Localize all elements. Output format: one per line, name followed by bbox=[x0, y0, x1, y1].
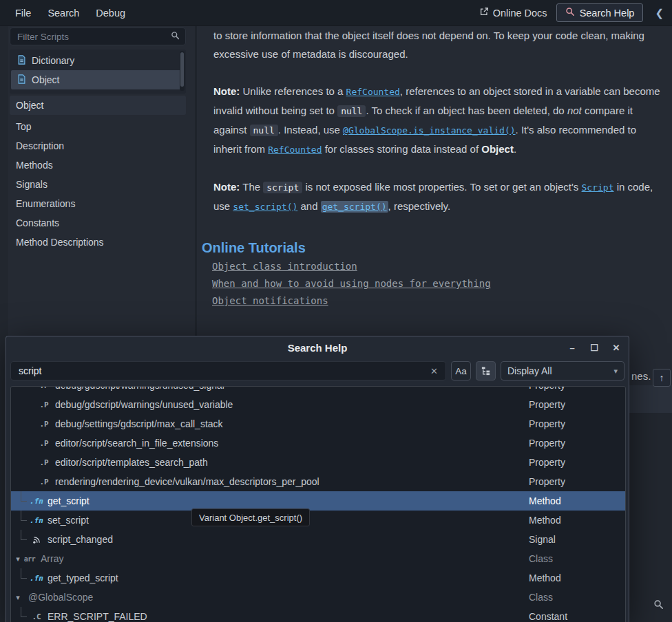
array-icon: arr bbox=[23, 555, 36, 563]
search-result-row[interactable]: .CERR_SCRIPT_FAILEDConstant bbox=[11, 607, 625, 622]
tutorial-link[interactable]: Object notifications bbox=[212, 292, 328, 310]
result-type: Constant bbox=[529, 611, 625, 622]
search-result-row[interactable]: .fnset_scriptMethod bbox=[11, 511, 625, 530]
method-icon: .fn bbox=[30, 574, 43, 583]
result-type: Class bbox=[529, 592, 625, 603]
result-type: Method bbox=[529, 515, 625, 526]
clear-icon[interactable]: ✕ bbox=[429, 366, 439, 376]
search-help-button[interactable]: Search Help bbox=[556, 3, 644, 22]
scroll-top-button[interactable]: ↑ bbox=[653, 369, 671, 387]
window-buttons: – ☐ ✕ bbox=[565, 336, 623, 359]
search-result-row[interactable]: .fnget_scriptMethod bbox=[11, 491, 625, 511]
tutorial-link[interactable]: Object class introduction bbox=[212, 258, 357, 275]
scrollbar-handle[interactable] bbox=[180, 52, 184, 87]
doc-link[interactable]: @GlobalScope.is_instance_valid() bbox=[343, 125, 515, 136]
filter-scripts-input[interactable] bbox=[16, 31, 171, 43]
scripts-scrollbar[interactable] bbox=[180, 51, 185, 91]
search-result-row[interactable]: .fnget_typed_scriptMethod bbox=[11, 568, 625, 588]
doc-text: and bbox=[297, 200, 320, 212]
section-item-enumerations[interactable]: Enumerations bbox=[10, 194, 186, 213]
doc-text: Unlike references to a bbox=[240, 85, 346, 97]
tutorial-link[interactable]: When and how to avoid using nodes for ev… bbox=[212, 275, 491, 292]
result-label: get_typed_script bbox=[48, 572, 529, 583]
dialog-titlebar[interactable]: Search Help – ☐ ✕ bbox=[6, 336, 629, 359]
tree-guide-line bbox=[19, 530, 28, 549]
online-tutorials-heading: Online Tutorials bbox=[202, 239, 665, 257]
background-panel-edge bbox=[629, 385, 672, 413]
case-sensitive-button[interactable]: Aa bbox=[451, 361, 471, 380]
menu-file[interactable]: File bbox=[7, 5, 39, 21]
hierarchy-toggle-button[interactable] bbox=[476, 361, 496, 380]
menu-search[interactable]: Search bbox=[39, 5, 87, 21]
search-result-row[interactable]: .Pdebug/gdscript/warnings/unused_variabl… bbox=[11, 395, 625, 414]
result-label: Array bbox=[41, 553, 529, 564]
tree-guide-line bbox=[19, 491, 28, 511]
result-type: Signal bbox=[529, 534, 625, 545]
doc-link[interactable]: get_script() bbox=[321, 201, 388, 213]
doc-text: script bbox=[263, 182, 302, 193]
doc-link[interactable]: Script bbox=[582, 182, 614, 193]
result-tooltip: Variant Object.get_script() bbox=[191, 508, 310, 526]
result-label: @GlobalScope bbox=[28, 592, 529, 603]
result-label: debug/settings/gdscript/max_call_stack bbox=[55, 418, 529, 429]
minimize-icon[interactable]: – bbox=[565, 341, 579, 355]
doc-link[interactable]: set_script() bbox=[233, 202, 297, 212]
doc-text: for classes storing data instead of bbox=[322, 143, 481, 155]
result-type: Property bbox=[529, 399, 625, 410]
godot-editor-window: File Search Debug Online Docs Search Hel… bbox=[0, 0, 672, 622]
collapse-arrow-icon[interactable]: ▾ bbox=[12, 593, 23, 602]
search-result-row[interactable]: ▾arrArrayClass bbox=[11, 549, 625, 568]
chevron-down-icon: ▾ bbox=[613, 367, 618, 376]
section-item-top[interactable]: Top bbox=[10, 117, 186, 136]
collapse-arrow-icon[interactable]: ▾ bbox=[12, 555, 23, 564]
search-result-row[interactable]: .Peditor/script/search_in_file_extension… bbox=[11, 433, 625, 453]
property-icon: .P bbox=[38, 439, 50, 448]
search-result-row[interactable]: .Pdebug/settings/gdscript/max_call_stack… bbox=[11, 414, 625, 433]
section-item-description[interactable]: Description bbox=[10, 136, 186, 156]
search-icon[interactable] bbox=[653, 599, 664, 612]
search-result-row[interactable]: .Peditor/script/templates_search_pathPro… bbox=[11, 453, 625, 472]
online-docs-label: Online Docs bbox=[493, 8, 547, 19]
result-label: script_changed bbox=[48, 534, 529, 545]
online-docs-button[interactable]: Online Docs bbox=[479, 7, 547, 19]
help-tab-label: Object bbox=[32, 74, 59, 85]
class-outline-header[interactable]: Object bbox=[10, 96, 186, 115]
signal-icon bbox=[30, 535, 43, 544]
result-label: ERR_SCRIPT_FAILED bbox=[48, 611, 529, 622]
close-icon[interactable]: ✕ bbox=[609, 341, 623, 355]
filter-scripts-box bbox=[10, 28, 186, 45]
result-type: Property bbox=[529, 457, 625, 468]
dialog-search-input[interactable] bbox=[17, 365, 429, 377]
search-result-row[interactable]: ▾@GlobalScopeClass bbox=[11, 588, 625, 607]
search-icon bbox=[171, 30, 180, 43]
search-result-row[interactable]: .Prendering/rendering_device/vulkan/max_… bbox=[11, 472, 625, 491]
section-item-signals[interactable]: Signals bbox=[10, 175, 186, 194]
help-tab-object[interactable]: Object bbox=[11, 70, 185, 89]
doc-text: The bbox=[240, 181, 263, 193]
search-result-row[interactable]: script_changedSignal bbox=[11, 530, 625, 549]
menu-debug[interactable]: Debug bbox=[87, 5, 134, 21]
help-tab-label: Dictionary bbox=[32, 55, 74, 66]
doc-text: to store information that the object its… bbox=[213, 30, 644, 60]
menu-left: File Search Debug bbox=[7, 5, 134, 21]
maximize-icon[interactable]: ☐ bbox=[587, 341, 601, 355]
result-type: Method bbox=[529, 495, 625, 506]
section-item-methods[interactable]: Methods bbox=[10, 156, 186, 175]
help-tab-dictionary[interactable]: Dictionary bbox=[11, 51, 185, 70]
property-icon: .P bbox=[38, 420, 50, 429]
doc-text: . To check if an object has been deleted… bbox=[366, 105, 567, 116]
doc-link[interactable]: RefCounted bbox=[346, 87, 400, 97]
result-type: Method bbox=[529, 572, 625, 583]
background-editor-area bbox=[629, 413, 672, 622]
section-item-constants[interactable]: Constants bbox=[10, 213, 186, 233]
section-item-method-descriptions[interactable]: Method Descriptions bbox=[10, 233, 186, 252]
property-icon: .P bbox=[38, 400, 50, 409]
panel-splitter[interactable] bbox=[195, 26, 197, 337]
doc-link[interactable]: RefCounted bbox=[268, 144, 322, 155]
display-filter-dropdown[interactable]: Display All ▾ bbox=[501, 361, 624, 380]
collapse-docks-icon[interactable]: ❮ bbox=[652, 7, 666, 19]
doc-text: not bbox=[567, 105, 582, 116]
doc-text: , respectively. bbox=[388, 200, 451, 212]
search-result-row[interactable]: .Pdebug/gdscript/warnings/unused_signalP… bbox=[11, 386, 625, 395]
result-type: Property bbox=[529, 438, 625, 449]
